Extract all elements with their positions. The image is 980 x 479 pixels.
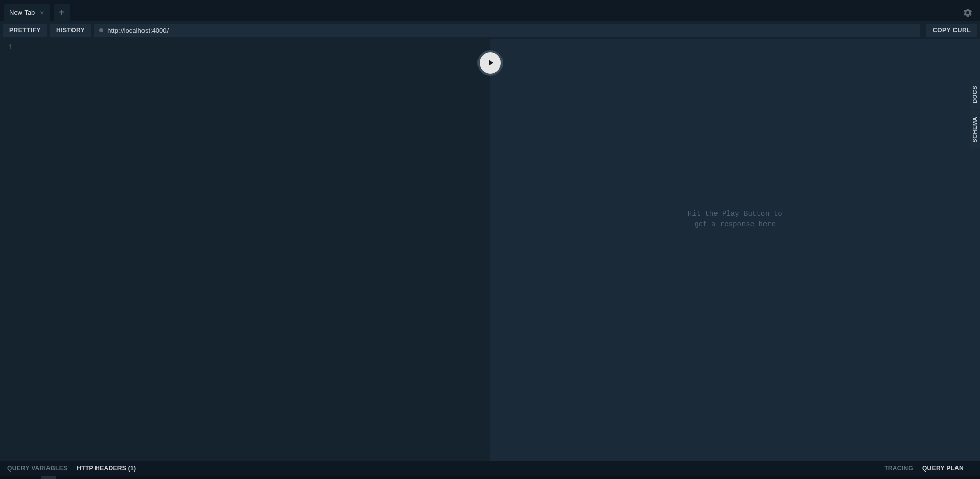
tab-new-tab[interactable]: New Tab × [4,4,50,21]
endpoint-input[interactable] [107,27,915,34]
footer-strip [0,476,980,479]
code-area[interactable] [15,39,490,461]
play-button[interactable] [477,50,503,76]
line-gutter: 1 [0,39,15,461]
app-root: New Tab × + PRETTIFY HISTORY COPY CURL 1… [0,0,980,479]
docs-toggle[interactable]: DOCS [970,80,980,109]
toolbar: PRETTIFY HISTORY COPY CURL [0,21,980,39]
tab-query-variables[interactable]: QUERY VARIABLES [7,465,67,472]
query-editor[interactable]: 1 [0,39,490,461]
side-toggles: DOCS SCHEMA [970,80,980,148]
footer-mark [41,476,56,479]
play-icon [486,58,495,67]
result-panel: Hit the Play Button to get a response he… [490,39,981,461]
endpoint-field[interactable] [94,24,920,37]
new-tab-button[interactable]: + [54,4,70,21]
tab-bar: New Tab × + [0,0,980,21]
schema-toggle[interactable]: SCHEMA [970,110,980,149]
settings-button[interactable] [963,8,973,18]
history-button[interactable]: HISTORY [50,24,91,37]
footer-right: TRACING QUERY PLAN [884,465,973,472]
close-icon[interactable]: × [40,9,44,16]
tab-tracing[interactable]: TRACING [884,465,913,472]
copy-curl-button[interactable]: COPY CURL [926,24,977,37]
line-number: 1 [0,44,12,51]
tab-http-headers[interactable]: HTTP HEADERS (1) [77,465,136,472]
main-area: 1 Hit the Play Button to get a response … [0,39,980,461]
gear-icon [963,8,973,18]
result-placeholder: Hit the Play Button to get a response he… [688,209,782,230]
plus-icon: + [59,7,65,18]
tab-label: New Tab [9,9,35,16]
prettify-button[interactable]: PRETTIFY [3,24,47,37]
status-dot-icon [99,28,103,32]
footer-bar: QUERY VARIABLES HTTP HEADERS (1) TRACING… [0,461,980,476]
tab-query-plan[interactable]: QUERY PLAN [922,465,964,472]
